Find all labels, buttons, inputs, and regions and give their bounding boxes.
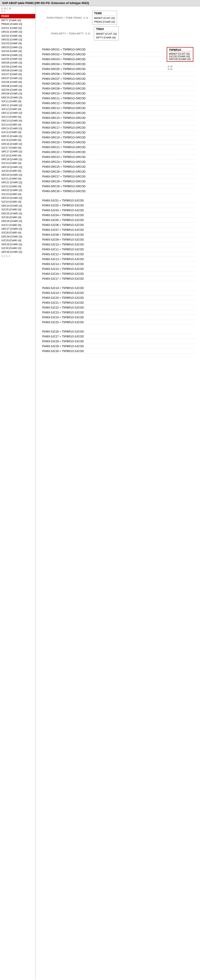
sidebar-item-34: GRC17 [CHAR (2)] [0, 150, 35, 153]
grc-row-14: P0493-GRC14 = T5PBR1O-GRCOD [42, 111, 195, 116]
sidebar-item-37: SJC19 [CHAR (4)] [0, 161, 35, 165]
preas-connector-label: P0493-PREAS = T530E-PREAS [47, 16, 82, 19]
grc-row-09: P0493-GRC09 = T5PBR1O-GRCOD [42, 86, 195, 91]
sjc-field-name-12: P0493-SJC12 = T5PBR1O-SJCOD [42, 253, 104, 256]
infty-connector-label: P0493-INFTY = T582A-INFTY [51, 32, 84, 35]
sjc-row-20: P0493-SJC20 = T5PBR1O-SJCOD [42, 296, 195, 300]
grc-row-13: P0493-GRC13 = T5PBR1O-GRCOD [42, 106, 195, 111]
t5pbr1o-grcod: GRCOD [CHAR (2)] [169, 58, 191, 60]
range-0n-sjc: 0..N [168, 65, 172, 68]
range-0n-2: 0..N [86, 32, 90, 35]
sjc-field-name-06: P0493-SJC06 = T5PBR1O-SJCOD [42, 223, 104, 227]
sjc-field-name-14: P0493-SJC14 = T5PBR1O-SJCOD [42, 262, 104, 266]
sidebar-item-23: SJC12 [CHAR (4)] [0, 107, 35, 111]
sidebar-item-18: SJCO9 [CHAR (4)] [0, 88, 35, 92]
sjc-row-07: P0493-SJC07 = T5PBR1O-SJCOD [42, 228, 195, 232]
sjc-field-name-19: P0493-SJC19 = T5PBR1O-SJCOD [42, 291, 104, 294]
sidebar-item-55: SJC28 [CHAR (4)] [0, 231, 35, 235]
grc-field-name-04: P0493-GRC04 = T5PBR1O-GRCOD [42, 63, 104, 66]
t530e-box: T530E MANDT [CLNT (3)] PREAS [CHAR (2)] [92, 11, 117, 25]
sjc-row-17: P0493-SJC17 = T5PBR1O-SJCOD [42, 276, 195, 281]
grc-field-name-23: P0493-GRC23 = T5PBR1O-GRCOD [42, 156, 104, 159]
sidebar-item-50: GRC25 [CHAR (2)] [0, 212, 35, 215]
content-area: P0493-PREAS = T530E-PREAS 0..N T530E MAN… [35, 6, 200, 979]
sidebar-item-36: GRC18 [CHAR (2)] [0, 158, 35, 161]
grc-field-name-07: P0493-GRC07 = T5PBR1O-GRCOD [42, 77, 104, 80]
grc-field-name-12: P0493-GRC12 = T5PBR1O-GRCOD [42, 102, 104, 105]
sidebar-header: P0493 [0, 14, 35, 18]
sjc-row-05: P0493-SJC05 = T5PBR1O-SJCOD [42, 218, 195, 223]
sidebar-item-51: SJC26 [CHAR (4)] [0, 215, 35, 219]
t582a-box: T582A MANDT [CLNT (3)] INFTY [CHAR (4)] [94, 26, 119, 40]
grc-field-name-08: P0493-GRC08 = T5PBR1O-GRCOD [42, 82, 104, 85]
sjc-row-27: P0493-SJC27 = T5PBR1O-SJCOD [42, 334, 195, 339]
sidebar-item-28: GRC14 [CHAR (2)] [0, 127, 35, 130]
sjc-row-12: P0493-SJC12 = T5PBR1O-SJCOD [42, 252, 195, 257]
sidebar-item-49: SJC25 [CHAR (4)] [0, 208, 35, 212]
sidebar-item-0: INFTY [CHAR (4)] [0, 18, 35, 22]
t5pbr1o-title: T5PBR1O [169, 48, 191, 52]
grc-field-name-26: P0493-GRC26 = T5PBR1O-GRCOD [42, 170, 104, 173]
sjc-field-name-07: P0493-SJC07 = T5PBR1O-SJCOD [42, 228, 104, 231]
sidebar-item-22: GRC11 [CHAR (2)] [0, 103, 35, 107]
sjc-row-11: P0493-SJC11 = T5PBR1O-SJCOD [42, 247, 195, 252]
grc-field-name-15: P0493-GRC15 = T5PBR1O-GRCOD [42, 116, 104, 119]
sidebar-item-29: SJC15 [CHAR (4)] [0, 130, 35, 134]
sjc-field-name-05: P0493-SJC05 = T5PBR1O-SJCOD [42, 219, 104, 222]
sidebar-item-59: SJC30 [CHAR (2)] [0, 247, 35, 250]
grc-field-name-19: P0493-GRC19 = T5PBR1O-GRCOD [42, 136, 104, 139]
grc-field-name-16: P0493-GRC16 = T5PBR1O-GRCOD [42, 121, 104, 124]
sjc-field-name-22: P0493-SJC22 = T5PBR1O-SJCOD [42, 306, 104, 309]
sjc-field-name-26: P0493-SJC26 = T5PBR1O-SJCOD [42, 330, 104, 333]
sidebar-item-15: GRC07 [CHAR (2)] [0, 76, 35, 80]
sidebar-item-60: GRC30 [CHAR (2)] [0, 250, 35, 254]
sjc-field-name-02: P0493-SJC02 = T5PBR1O-SJCOD [42, 204, 104, 207]
grc-row-11: P0493-GRC11 = T5PBR1O-GRCOD [42, 96, 195, 101]
grc-field-name-13: P0493-GRC13 = T5PBR1O-GRCOD [42, 107, 104, 110]
sidebar-item-48: GRC24 [CHAR (2)] [0, 204, 35, 208]
grc-field-name-09: P0493-GRC09 = T5PBR1O-GRCOD [42, 87, 104, 90]
grc-field-name-10: P0493-GRC10 = T5PBR1O-GRCOD [42, 92, 104, 95]
sjc-section: P0493-SJC01 = T5PBR1O-SJCODP0493-SJC02 =… [42, 198, 195, 354]
sidebar-item-58: GRC29 [CHAR (2)] [0, 243, 35, 247]
grc-row-17: P0493-GRC17 = T5PBR1O-GRCOD [42, 125, 195, 130]
sjc-field-name-29: P0493-SJC29 = T5PBR1O-SJCOD [42, 345, 104, 348]
t5pbr1o-mandt: MANDT [CLNT (3)] [169, 52, 191, 55]
sidebar-item-35: SJC18 [CHAR (4)] [0, 154, 35, 158]
sidebar-item-46: GRC23 [CHAR (2)] [0, 196, 35, 200]
grc-row-23: P0493-GRC23 = T5PBR1O-GRCOD [42, 154, 195, 159]
sjc-row-24: P0493-SJC24 = T5PBR1O-SJCOD [42, 315, 195, 320]
grc-section: T5PBR1O MANDT [CLNT (3)] SJCOD [CHAR (4)… [42, 47, 195, 194]
sjc-field-name-17: P0493-SJC17 = T5PBR1O-SJCOD [42, 277, 104, 280]
sjc-field-name-18: P0493-SJC18 = T5PBR1O-SJCOD [42, 286, 104, 290]
grc-row-06: P0493-GRC06 = T5PBR1O-GRCOD [42, 72, 195, 76]
sjc-row-19: P0493-SJC19 = T5PBR1O-SJCOD [42, 291, 195, 296]
sjc-row-10: P0493-SJC10 = T5PBR1O-SJCOD [42, 242, 195, 247]
grc-row-26: P0493-GRC26 = T5PBR1O-GRCOD [42, 169, 195, 174]
t582a-field-infty: INFTY [CHAR (4)] [96, 36, 116, 40]
sidebar-item-12: SJCO6 [CHAR (4)] [0, 65, 35, 68]
sjc-row-02: P0493-SJC02 = T5PBR1O-SJCOD [42, 203, 195, 208]
sidebar-item-24: GRC12 [CHAR (2)] [0, 111, 35, 115]
grc-row-08: P0493-GRC08 = T5PBR1O-GRCOD [42, 81, 195, 86]
sjc-row-14: P0493-SJC14 = T5PBR1O-SJCOD [42, 262, 195, 267]
sjc-row-16: P0493-SJC16 = T5PBR1O-SJCOD [42, 271, 195, 276]
sidebar-item-1: PREAS [CHAR (2)] [0, 22, 35, 26]
sjc-field-name-24: P0493-SJC24 = T5PBR1O-SJCOD [42, 316, 104, 319]
grc-row-15: P0493-GRC15 = T5PBR1O-GRCOD [42, 116, 195, 120]
top-diagram: P0493-PREAS = T530E-PREAS 0..N T530E MAN… [40, 8, 195, 356]
sidebar-item-2: SJCO1 [CHAR (4)] [0, 26, 35, 30]
grc-field-name-14: P0493-GRC14 = T5PBR1O-GRCOD [42, 111, 104, 115]
sjc-field-name-13: P0493-SJC13 = T5PBR1O-SJCOD [42, 258, 104, 261]
sidebar-item-8: SJCO4 [CHAR (4)] [0, 49, 35, 53]
sidebar-item-54: GRC27 [CHAR (2)] [0, 227, 35, 231]
sidebar-item-26: GRC13 [CHAR (4)] [0, 119, 35, 123]
sjc-row-08: P0493-SJC08 = T5PBR1O-SJCOD [42, 232, 195, 237]
sjc-field-name-20: P0493-SJC20 = T5PBR1O-SJCOD [42, 296, 104, 299]
sjc-field-name-21: P0493-SJC21 = T5PBR1O-SJCOD [42, 301, 104, 304]
sidebar: 0..N 1..N1..1 P0493 INFTY [CHAR (4)]PREA… [0, 6, 35, 979]
sidebar-item-6: SJCO3 [CHAR (4)] [0, 41, 35, 45]
sjc-row-03: P0493-SJC03 = T5PBR1O-SJCOD [42, 208, 195, 213]
grc-row-12: P0493-GRC12 = T5PBR1O-GRCOD [42, 101, 195, 106]
grc-field-name-17: P0493-GRC17 = T5PBR1O-GRCOD [42, 126, 104, 129]
